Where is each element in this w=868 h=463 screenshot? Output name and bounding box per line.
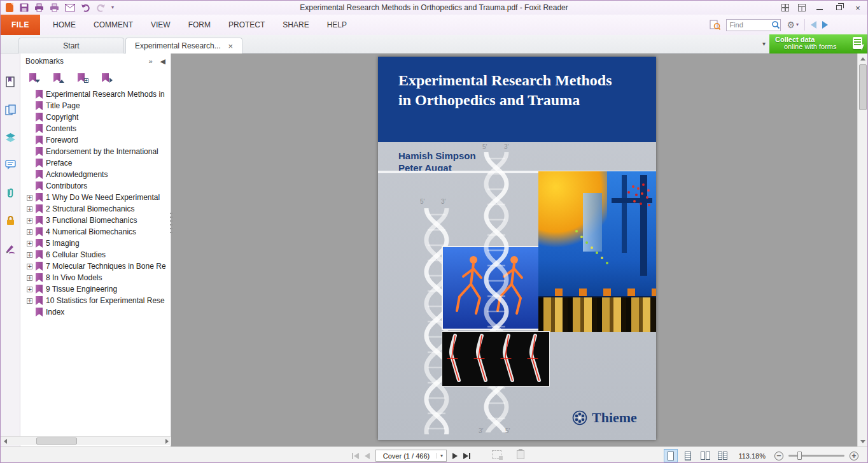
scroll-down-button[interactable] [858,436,867,446]
panel-menu-chevrons-icon[interactable]: » [148,57,152,66]
expand-plus-icon[interactable] [27,206,32,212]
last-page-button[interactable] [463,453,470,459]
bookmark-item[interactable]: 7 Molecular Techniques in Bone Re [27,260,171,272]
previous-page-button[interactable] [365,453,370,459]
redo-icon[interactable] [96,4,106,12]
bookmark-item[interactable]: 5 Imaging [27,238,171,249]
search-icon[interactable] [771,20,780,29]
settings-control[interactable]: ⚙ ▾ [787,20,799,29]
first-page-button[interactable] [352,453,359,459]
bookmark-item[interactable]: Experimental Research Methods in [27,89,171,100]
tab-share[interactable]: SHARE [283,20,309,29]
bookmark-item[interactable]: 9 Tissue Engineering [27,283,171,295]
qat-customize-caret-icon[interactable]: ▾ [111,5,114,10]
file-menu-tab[interactable]: FILE [1,15,40,35]
bookmarks-panel-icon[interactable] [5,76,16,87]
document-view[interactable]: Experimental Research Methods in Orthope… [171,53,867,446]
expand-plus-icon[interactable] [27,287,32,292]
bookmark-item[interactable]: 10 Statistics for Experimental Rese [27,295,171,306]
print-icon[interactable] [34,3,44,12]
continuous-view-button[interactable] [681,449,695,462]
expand-plus-icon[interactable] [27,229,32,235]
save-icon[interactable] [20,3,29,12]
zoom-slider-thumb[interactable] [797,452,802,460]
comments-panel-icon[interactable] [5,160,16,170]
single-page-view-button[interactable] [664,449,678,462]
continuous-facing-view-button[interactable] [715,449,729,462]
page-number-dropdown[interactable]: Cover (1 / 466) ▾ [375,450,447,462]
ui-layout-grid-icon[interactable] [777,1,794,15]
expand-plus-icon[interactable] [27,218,32,224]
minimize-button[interactable] [810,1,829,15]
zoom-slider-track[interactable] [788,455,844,457]
layers-panel-icon[interactable] [5,132,16,143]
close-button[interactable]: × [848,1,867,15]
bookmark-expand-icon[interactable] [29,73,39,83]
tab-help[interactable]: HELP [327,20,347,29]
bookmark-item[interactable]: Endorsement by the International [27,146,171,157]
scroll-up-button[interactable] [858,53,867,64]
horizontal-scroll-thumb[interactable] [36,438,77,445]
bookmark-item[interactable]: 6 Cellular Studies [27,249,171,260]
tab-protect[interactable]: PROTECT [228,20,265,29]
bookmark-item[interactable]: 2 Structural Biomechanics [27,203,171,215]
bookmark-item[interactable]: 8 In Vivo Models [27,272,171,283]
expand-plus-icon[interactable] [27,264,32,269]
bookmark-item[interactable]: Title Page [27,100,171,111]
undo-icon[interactable] [81,4,90,12]
bookmark-item[interactable]: Contents [27,123,171,134]
foxit-pdf-icon[interactable] [5,3,14,13]
vertical-scroll-thumb[interactable] [859,64,867,110]
history-back-icon[interactable] [811,21,816,29]
bookmark-item[interactable]: Preface [27,157,171,169]
bookmark-item[interactable]: Copyright [27,111,171,123]
signature-panel-icon[interactable] [5,243,16,253]
bookmark-item[interactable]: Acknowledgments [27,169,171,180]
tab-view[interactable]: VIEW [151,20,171,29]
email-icon[interactable] [65,4,75,11]
tab-start-page[interactable]: Start [18,38,124,53]
collect-data-banner[interactable]: Collect data online with forms [769,34,867,53]
sidebar-horizontal-scrollbar[interactable] [1,436,171,445]
find-input[interactable] [727,21,771,29]
expand-plus-icon[interactable] [27,298,32,304]
bookmark-collapse-icon[interactable] [53,73,64,83]
quick-print-icon[interactable] [50,3,59,12]
panel-splitter[interactable] [170,213,173,234]
expand-plus-icon[interactable] [27,241,32,246]
expand-plus-icon[interactable] [27,195,32,201]
bookmark-item[interactable]: 1 Why Do We Need Experimental [27,192,171,203]
bookmark-item[interactable]: Foreword [27,134,171,146]
expand-plus-icon[interactable] [27,252,32,258]
panel-collapse-icon[interactable]: ◀ [160,57,165,66]
zoom-out-button[interactable]: − [774,452,783,460]
bookmark-item[interactable]: 3 Functional Biomechanics [27,215,171,226]
attachments-panel-icon[interactable] [6,187,15,198]
bookmark-next-icon[interactable] [102,73,112,83]
tab-comment[interactable]: COMMENT [94,20,133,29]
expand-plus-icon[interactable] [27,275,32,281]
facing-view-button[interactable] [698,449,712,462]
bookmark-item[interactable]: Index [27,306,171,318]
bookmark-new-icon[interactable]: + [78,73,88,83]
pages-panel-icon[interactable] [5,104,16,115]
clipboard-icon[interactable] [517,450,524,459]
tab-form[interactable]: FORM [188,20,211,29]
tab-overflow-caret-icon[interactable]: ▾ [762,40,766,47]
tab-active-document[interactable]: Experimental Research... × [125,38,242,53]
restore-button[interactable] [829,1,848,15]
scroll-right-button[interactable] [162,437,171,445]
tab-home[interactable]: HOME [53,20,76,29]
search-document-icon[interactable] [710,20,720,30]
next-page-button[interactable] [452,453,458,459]
history-forward-icon[interactable] [822,21,828,29]
security-panel-icon[interactable] [6,215,15,226]
snapshot-icon[interactable] [492,450,501,459]
ui-switch-grid-icon[interactable] [794,1,810,15]
bookmark-item[interactable]: 4 Numerical Biomechanics [27,226,171,238]
vertical-scrollbar[interactable] [857,53,867,446]
tab-close-icon[interactable]: × [228,41,233,51]
bookmark-item[interactable]: Contributors [27,180,171,192]
zoom-in-button[interactable]: + [850,452,858,460]
scroll-left-button[interactable] [1,437,10,445]
